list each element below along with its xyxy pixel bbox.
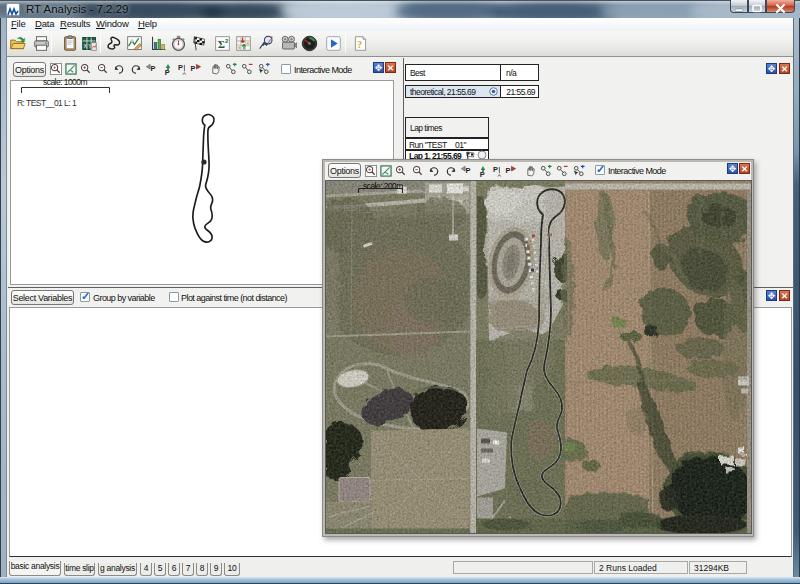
- svg-text:P: P: [480, 170, 485, 177]
- svg-text:P: P: [165, 68, 170, 75]
- svg-text:P: P: [178, 63, 183, 72]
- svg-text:X: X: [84, 43, 88, 49]
- svg-text:?: ?: [357, 39, 362, 50]
- svg-text:P: P: [493, 165, 498, 174]
- svg-text:P: P: [466, 166, 471, 175]
- svg-text:P: P: [151, 64, 156, 73]
- svg-text:P: P: [505, 166, 510, 175]
- svg-text:P: P: [190, 64, 195, 73]
- svg-text:Σ: Σ: [218, 38, 225, 50]
